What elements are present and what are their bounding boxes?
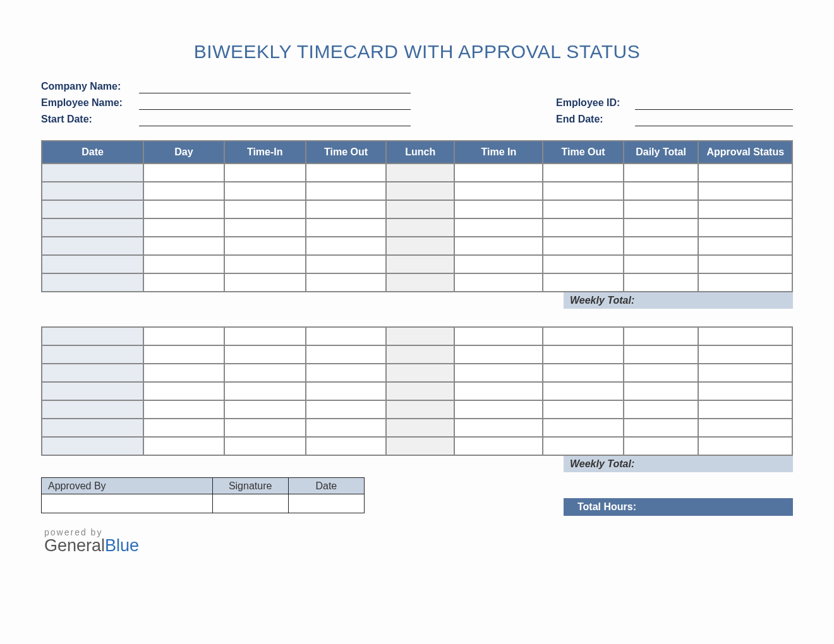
- table-cell[interactable]: [42, 438, 143, 455]
- table-cell[interactable]: [455, 237, 542, 254]
- table-cell[interactable]: [144, 383, 223, 400]
- table-cell[interactable]: [306, 328, 385, 345]
- table-cell[interactable]: [144, 256, 223, 273]
- table-cell[interactable]: [387, 219, 454, 236]
- table-cell[interactable]: [624, 401, 698, 418]
- table-cell[interactable]: [306, 383, 385, 400]
- table-cell[interactable]: [699, 219, 792, 236]
- table-cell[interactable]: [543, 219, 622, 236]
- table-cell[interactable]: [42, 219, 143, 236]
- table-cell[interactable]: [306, 438, 385, 455]
- table-cell[interactable]: [387, 237, 454, 254]
- table-cell[interactable]: [225, 274, 305, 291]
- table-cell[interactable]: [455, 328, 542, 345]
- table-cell[interactable]: [699, 164, 792, 181]
- table-cell[interactable]: [543, 364, 622, 381]
- table-cell[interactable]: [699, 438, 792, 455]
- start-date-input[interactable]: [139, 112, 411, 126]
- table-cell[interactable]: [225, 438, 305, 455]
- table-cell[interactable]: [543, 438, 622, 455]
- table-cell[interactable]: [543, 274, 622, 291]
- table-cell[interactable]: [42, 201, 143, 218]
- table-cell[interactable]: [624, 219, 698, 236]
- table-cell[interactable]: [455, 383, 542, 400]
- approval-date-cell[interactable]: [288, 494, 364, 513]
- table-cell[interactable]: [543, 256, 622, 273]
- table-cell[interactable]: [144, 346, 223, 363]
- table-cell[interactable]: [306, 182, 385, 200]
- table-cell[interactable]: [387, 364, 454, 381]
- table-cell[interactable]: [144, 328, 223, 345]
- table-cell[interactable]: [144, 201, 223, 218]
- table-cell[interactable]: [543, 182, 622, 200]
- table-cell[interactable]: [699, 237, 792, 254]
- table-cell[interactable]: [306, 274, 385, 291]
- table-cell[interactable]: [225, 328, 305, 345]
- company-name-input[interactable]: [139, 80, 411, 93]
- table-cell[interactable]: [543, 383, 622, 400]
- table-cell[interactable]: [225, 164, 305, 181]
- table-cell[interactable]: [624, 274, 698, 291]
- table-cell[interactable]: [387, 401, 454, 418]
- table-cell[interactable]: [455, 346, 542, 363]
- table-cell[interactable]: [624, 419, 698, 436]
- table-cell[interactable]: [144, 182, 223, 200]
- table-cell[interactable]: [306, 419, 385, 436]
- table-cell[interactable]: [387, 346, 454, 363]
- table-cell[interactable]: [225, 383, 305, 400]
- table-cell[interactable]: [144, 274, 223, 291]
- table-cell[interactable]: [306, 256, 385, 273]
- table-cell[interactable]: [144, 364, 223, 381]
- table-cell[interactable]: [42, 383, 143, 400]
- table-cell[interactable]: [306, 346, 385, 363]
- table-cell[interactable]: [455, 164, 542, 181]
- table-cell[interactable]: [699, 346, 792, 363]
- table-cell[interactable]: [42, 364, 143, 381]
- table-cell[interactable]: [455, 419, 542, 436]
- table-cell[interactable]: [387, 438, 454, 455]
- table-cell[interactable]: [624, 164, 698, 181]
- table-cell[interactable]: [42, 274, 143, 291]
- table-cell[interactable]: [144, 164, 223, 181]
- table-cell[interactable]: [543, 237, 622, 254]
- table-cell[interactable]: [144, 219, 223, 236]
- table-cell[interactable]: [543, 201, 622, 218]
- table-cell[interactable]: [42, 346, 143, 363]
- table-cell[interactable]: [306, 201, 385, 218]
- table-cell[interactable]: [42, 401, 143, 418]
- table-cell[interactable]: [387, 328, 454, 345]
- table-cell[interactable]: [387, 383, 454, 400]
- table-cell[interactable]: [387, 274, 454, 291]
- table-cell[interactable]: [225, 201, 305, 218]
- table-cell[interactable]: [225, 237, 305, 254]
- table-cell[interactable]: [225, 219, 305, 236]
- signature-cell[interactable]: [212, 494, 288, 513]
- table-cell[interactable]: [699, 274, 792, 291]
- table-cell[interactable]: [699, 256, 792, 273]
- table-cell[interactable]: [225, 419, 305, 436]
- table-cell[interactable]: [455, 401, 542, 418]
- table-cell[interactable]: [42, 237, 143, 254]
- table-cell[interactable]: [387, 201, 454, 218]
- table-cell[interactable]: [624, 256, 698, 273]
- table-cell[interactable]: [543, 328, 622, 345]
- table-cell[interactable]: [306, 237, 385, 254]
- table-cell[interactable]: [387, 256, 454, 273]
- table-cell[interactable]: [455, 438, 542, 455]
- table-cell[interactable]: [42, 256, 143, 273]
- table-cell[interactable]: [387, 182, 454, 200]
- table-cell[interactable]: [42, 164, 143, 181]
- table-cell[interactable]: [455, 182, 542, 200]
- table-cell[interactable]: [543, 164, 622, 181]
- table-cell[interactable]: [699, 364, 792, 381]
- table-cell[interactable]: [144, 438, 223, 455]
- table-cell[interactable]: [624, 182, 698, 200]
- table-cell[interactable]: [387, 164, 454, 181]
- table-cell[interactable]: [455, 364, 542, 381]
- table-cell[interactable]: [624, 237, 698, 254]
- table-cell[interactable]: [699, 419, 792, 436]
- table-cell[interactable]: [543, 419, 622, 436]
- table-cell[interactable]: [624, 383, 698, 400]
- table-cell[interactable]: [699, 201, 792, 218]
- table-cell[interactable]: [42, 182, 143, 200]
